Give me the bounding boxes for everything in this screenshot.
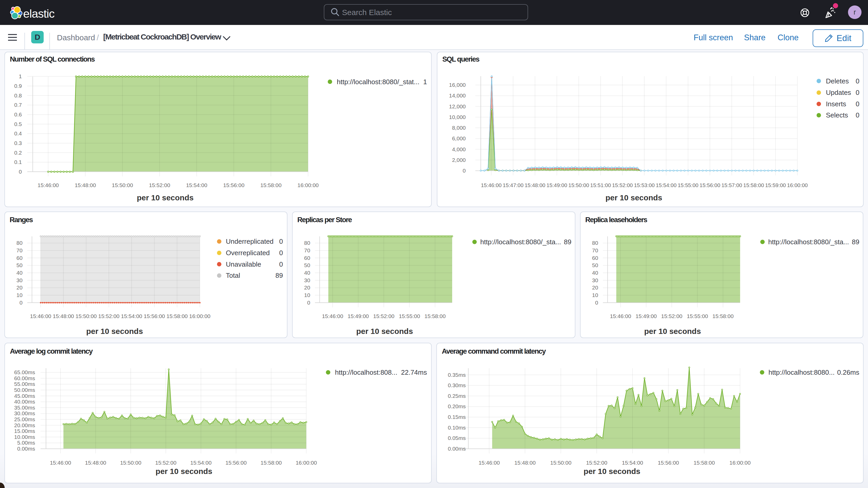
svg-text:16:00:00: 16:00:00 bbox=[296, 460, 317, 466]
svg-text:http://localhost:808...: http://localhost:808... bbox=[335, 368, 397, 376]
svg-text:20: 20 bbox=[17, 284, 22, 291]
svg-text:70: 70 bbox=[17, 247, 22, 253]
svg-text:0.7: 0.7 bbox=[14, 102, 22, 108]
svg-text:10: 10 bbox=[592, 292, 598, 298]
svg-text:14,000: 14,000 bbox=[449, 92, 466, 98]
svg-text:0: 0 bbox=[19, 169, 22, 175]
svg-text:15:52:00: 15:52:00 bbox=[149, 182, 170, 188]
svg-text:15:56:00: 15:56:00 bbox=[223, 182, 245, 188]
svg-text:0: 0 bbox=[856, 100, 860, 108]
svg-text:15:48:00: 15:48:00 bbox=[85, 460, 106, 466]
svg-text:15:58:00: 15:58:00 bbox=[743, 182, 764, 188]
svg-text:25.00ms: 25.00ms bbox=[14, 416, 35, 422]
svg-text:0.15ms: 0.15ms bbox=[448, 414, 466, 420]
svg-text:80: 80 bbox=[304, 240, 310, 246]
svg-text:10: 10 bbox=[17, 292, 22, 298]
svg-text:50.00ms: 50.00ms bbox=[14, 387, 35, 393]
svg-text:50: 50 bbox=[592, 262, 598, 268]
svg-text:15:58:00: 15:58:00 bbox=[166, 313, 188, 319]
svg-text:15:47:00: 15:47:00 bbox=[503, 182, 523, 188]
svg-text:0.5: 0.5 bbox=[14, 121, 22, 127]
svg-text:15:48:00: 15:48:00 bbox=[74, 182, 96, 188]
svg-text:per 10 seconds: per 10 seconds bbox=[644, 327, 701, 335]
svg-text:89: 89 bbox=[276, 272, 283, 279]
svg-text:15.00ms: 15.00ms bbox=[14, 428, 35, 434]
svg-text:15:50:00: 15:50:00 bbox=[550, 460, 571, 466]
svg-text:15:50:00: 15:50:00 bbox=[112, 182, 133, 188]
svg-text:15:55:00: 15:55:00 bbox=[678, 182, 699, 188]
svg-text:15:48:00: 15:48:00 bbox=[525, 182, 546, 188]
svg-text:15:52:00: 15:52:00 bbox=[98, 313, 120, 319]
svg-text:0: 0 bbox=[856, 77, 860, 85]
svg-text:15:55:00: 15:55:00 bbox=[687, 313, 708, 319]
svg-text:0.30ms: 0.30ms bbox=[448, 382, 466, 388]
svg-text:40: 40 bbox=[17, 270, 22, 276]
svg-text:Total: Total bbox=[226, 272, 240, 279]
svg-text:15:55:00: 15:55:00 bbox=[399, 313, 420, 319]
svg-text:Deletes: Deletes bbox=[826, 77, 849, 85]
svg-text:50: 50 bbox=[17, 262, 22, 268]
svg-text:16:00:00: 16:00:00 bbox=[298, 182, 319, 188]
svg-text:6,000: 6,000 bbox=[452, 135, 466, 141]
svg-text:per 10 seconds: per 10 seconds bbox=[137, 193, 193, 202]
svg-text:16:00:00: 16:00:00 bbox=[730, 460, 751, 466]
svg-text:Ranges: Ranges bbox=[10, 216, 33, 224]
svg-text:Average log commit latency: Average log commit latency bbox=[10, 347, 93, 355]
svg-text:0: 0 bbox=[856, 111, 860, 119]
svg-text:15:49:00: 15:49:00 bbox=[348, 313, 369, 319]
svg-text:http://localhost:8080/_sta...: http://localhost:8080/_sta... bbox=[480, 238, 561, 246]
svg-text:15:52:00: 15:52:00 bbox=[612, 182, 633, 188]
svg-text:http://localhost:8080/_sta...: http://localhost:8080/_sta... bbox=[768, 238, 849, 246]
svg-text:65.00ms: 65.00ms bbox=[14, 369, 35, 375]
svg-text:30: 30 bbox=[17, 277, 22, 283]
svg-text:0.35ms: 0.35ms bbox=[448, 372, 466, 378]
svg-text:30: 30 bbox=[592, 277, 598, 283]
svg-text:0.20ms: 0.20ms bbox=[448, 403, 466, 409]
svg-text:20.00ms: 20.00ms bbox=[14, 422, 35, 428]
svg-text:60.00ms: 60.00ms bbox=[14, 375, 35, 381]
svg-text:15:46:00: 15:46:00 bbox=[50, 460, 71, 466]
svg-text:15:56:00: 15:56:00 bbox=[658, 460, 679, 466]
svg-text:Inserts: Inserts bbox=[826, 100, 846, 108]
svg-text:15:51:00: 15:51:00 bbox=[590, 182, 611, 188]
svg-text:80: 80 bbox=[592, 240, 598, 246]
svg-text:15:52:00: 15:52:00 bbox=[373, 313, 395, 319]
svg-text:per 10 seconds: per 10 seconds bbox=[86, 327, 143, 335]
svg-text:80: 80 bbox=[17, 240, 22, 246]
svg-text:0.3: 0.3 bbox=[14, 140, 22, 146]
svg-text:0.00ms: 0.00ms bbox=[448, 446, 466, 452]
svg-text:45.00ms: 45.00ms bbox=[14, 393, 35, 399]
svg-text:Updates: Updates bbox=[826, 89, 851, 96]
svg-text:15:58:00: 15:58:00 bbox=[261, 460, 282, 466]
svg-text:89: 89 bbox=[564, 238, 571, 246]
svg-text:30.00ms: 30.00ms bbox=[14, 410, 35, 416]
svg-text:0: 0 bbox=[20, 300, 23, 306]
svg-text:15:48:00: 15:48:00 bbox=[514, 460, 536, 466]
svg-text:35.00ms: 35.00ms bbox=[14, 404, 35, 410]
svg-text:15:58:00: 15:58:00 bbox=[712, 313, 734, 319]
svg-text:70: 70 bbox=[304, 247, 310, 253]
svg-text:15:56:00: 15:56:00 bbox=[144, 313, 165, 319]
svg-text:15:46:00: 15:46:00 bbox=[322, 313, 343, 319]
svg-text:5.00ms: 5.00ms bbox=[17, 440, 35, 446]
svg-text:0: 0 bbox=[595, 300, 598, 306]
svg-text:15:50:00: 15:50:00 bbox=[75, 313, 97, 319]
svg-text:15:52:00: 15:52:00 bbox=[155, 460, 177, 466]
svg-text:0.4: 0.4 bbox=[14, 130, 22, 136]
svg-text:per 10 seconds: per 10 seconds bbox=[156, 467, 212, 476]
svg-text:10: 10 bbox=[304, 292, 310, 298]
svg-text:15:56:00: 15:56:00 bbox=[225, 460, 247, 466]
svg-text:per 10 seconds: per 10 seconds bbox=[356, 327, 413, 335]
svg-text:0.26ms: 0.26ms bbox=[837, 368, 859, 376]
svg-text:0: 0 bbox=[856, 89, 860, 96]
svg-text:per 10 seconds: per 10 seconds bbox=[606, 193, 662, 202]
svg-text:0.25ms: 0.25ms bbox=[448, 393, 466, 399]
svg-text:Overreplicated: Overreplicated bbox=[226, 249, 270, 257]
svg-text:15:52:00: 15:52:00 bbox=[586, 460, 607, 466]
svg-text:55.00ms: 55.00ms bbox=[14, 381, 35, 387]
svg-text:15:54:00: 15:54:00 bbox=[622, 460, 643, 466]
svg-text:15:56:00: 15:56:00 bbox=[700, 182, 720, 188]
svg-text:15:49:00: 15:49:00 bbox=[636, 313, 657, 319]
svg-text:Unavailable: Unavailable bbox=[226, 261, 261, 268]
svg-text:60: 60 bbox=[17, 255, 22, 261]
